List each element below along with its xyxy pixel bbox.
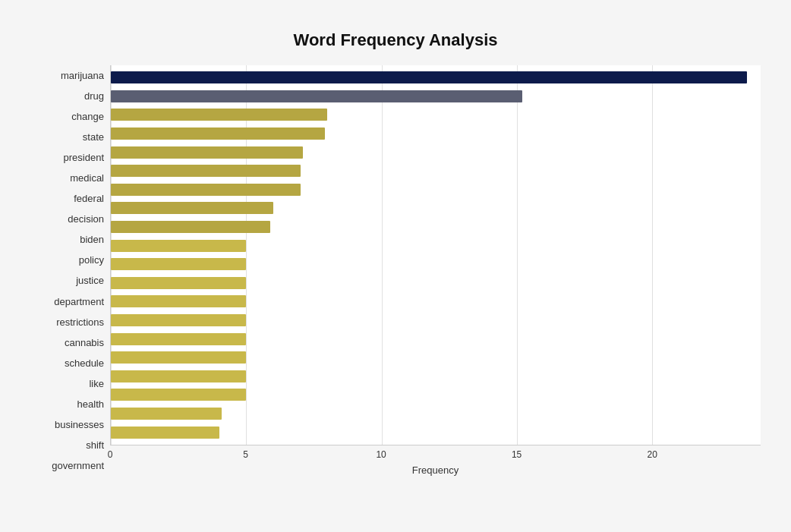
bar-row	[111, 275, 761, 291]
bar-row	[111, 89, 761, 104]
bars-region	[110, 65, 761, 445]
bar	[111, 389, 246, 401]
x-tick: 10	[376, 449, 386, 460]
y-label: medical	[70, 173, 104, 183]
bar	[111, 408, 222, 420]
chart-area: marijuanadrugchangestatepresidentmedical…	[30, 65, 761, 476]
x-tick: 20	[647, 449, 657, 460]
bar	[111, 71, 747, 83]
y-label: biden	[80, 235, 104, 244]
bar	[111, 240, 246, 252]
bar	[111, 370, 246, 382]
x-tick: 5	[243, 449, 248, 460]
y-label: change	[71, 112, 104, 121]
bar	[111, 277, 246, 289]
x-tick: 0	[108, 449, 113, 460]
chart-title: Word Frequency Analysis	[30, 30, 761, 50]
bar	[111, 90, 522, 102]
bar-row	[111, 406, 761, 421]
y-label: government	[52, 461, 104, 471]
bar-row	[111, 257, 761, 272]
y-label: decision	[68, 214, 104, 224]
bar-row	[111, 425, 761, 440]
y-label: restrictions	[56, 317, 104, 327]
bar-row	[111, 294, 761, 309]
bar	[111, 295, 246, 307]
bar	[111, 184, 301, 196]
bar-row	[111, 219, 761, 235]
bar	[111, 258, 246, 270]
bar	[111, 127, 325, 140]
bar-row	[111, 163, 761, 178]
bar-row	[111, 126, 761, 141]
bar-row	[111, 200, 761, 216]
y-label: department	[54, 297, 104, 307]
y-label: policy	[79, 255, 104, 265]
chart-container: Word Frequency Analysis marijuanadrugcha…	[15, 15, 776, 532]
y-label: state	[83, 132, 104, 142]
y-label: shift	[86, 440, 104, 450]
bar-row	[111, 107, 761, 122]
bar-row	[111, 369, 761, 384]
y-label: cannabis	[65, 338, 104, 348]
bar	[111, 109, 327, 121]
bar	[111, 146, 303, 159]
bar-row	[111, 387, 761, 402]
bar	[111, 202, 273, 214]
bar-row	[111, 70, 761, 85]
y-label: health	[77, 399, 104, 409]
bar	[111, 314, 246, 326]
y-label: justice	[76, 275, 104, 285]
x-tick: 15	[512, 449, 522, 460]
y-axis: marijuanadrugchangestatepresidentmedical…	[30, 65, 110, 476]
x-axis: 05101520 Frequency	[110, 445, 761, 476]
bar	[111, 351, 246, 364]
y-label: marijuana	[61, 71, 104, 80]
bar-row	[111, 238, 761, 253]
bar-row	[111, 182, 761, 197]
y-label: schedule	[65, 358, 104, 368]
y-label: drug	[84, 91, 104, 101]
y-label: businesses	[55, 420, 104, 430]
bar-row	[111, 145, 761, 160]
bar	[111, 221, 270, 233]
y-label: president	[64, 153, 104, 162]
y-label: like	[89, 379, 104, 389]
y-label: federal	[74, 194, 104, 203]
bar-row	[111, 350, 761, 365]
bar	[111, 165, 301, 177]
x-axis-label: Frequency	[412, 464, 459, 476]
bar	[111, 333, 246, 345]
bars-and-x: 05101520 Frequency	[110, 65, 761, 476]
bar-row	[111, 332, 761, 347]
bar	[111, 427, 219, 439]
bars-inner	[111, 65, 761, 445]
bar-row	[111, 313, 761, 328]
